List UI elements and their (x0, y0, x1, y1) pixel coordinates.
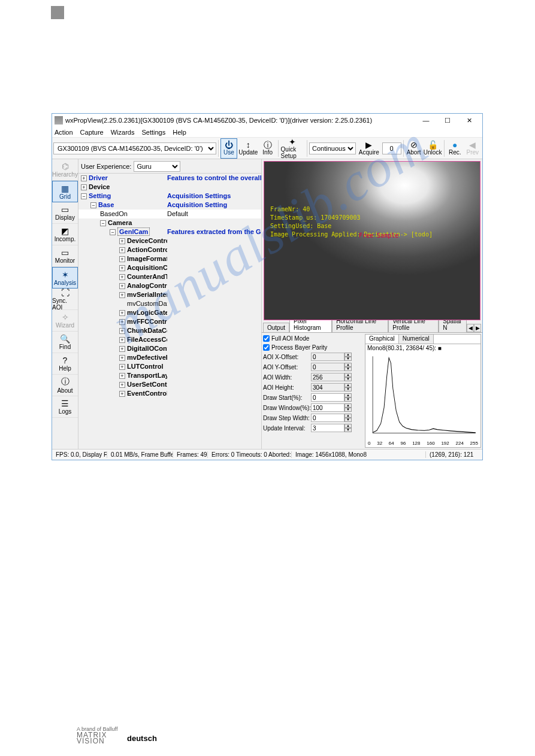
bayer-parity-checkbox[interactable]: Process Bayer Parity (263, 343, 364, 351)
device-select[interactable]: GX300109 (BVS CA-M1456Z00-35, DeviceID: … (53, 142, 216, 154)
close-button[interactable]: ✕ (458, 114, 480, 126)
histo-tab-graphical[interactable]: Graphical (365, 335, 399, 344)
tree-camera[interactable]: Camera (108, 219, 132, 226)
aoi-y-input[interactable] (311, 363, 344, 371)
property-tree[interactable]: +DriverFeatures to control the overall b… (78, 174, 261, 449)
tree-node-2[interactable]: ImageFormatControl (127, 255, 167, 262)
minimize-button[interactable]: — (415, 114, 437, 126)
tree-node-17[interactable]: EventControl (127, 390, 167, 397)
menu-help[interactable]: Help (173, 129, 186, 136)
status-errors: Errors: 0 Timeouts: 0 Aborted: 7 Lost: 0… (208, 451, 292, 458)
draw-start-input[interactable] (311, 393, 344, 402)
tree-node-8[interactable]: mvLogicGateControl (127, 309, 167, 316)
ux-select[interactable]: Guru (134, 161, 180, 172)
histo-tab-numerical[interactable]: Numerical (399, 335, 434, 344)
image-display[interactable]: FrameNr: 40 TimeStamp_us: 17049709003 Se… (264, 161, 480, 320)
tree-node-5[interactable]: AnalogControl (127, 282, 167, 289)
rec-button[interactable]: ●Rec. (446, 138, 463, 159)
tree-node-13[interactable]: mvDefectivePixelCorrectionControl (127, 354, 167, 361)
aoi-w-spinner[interactable]: ▲▼ (344, 373, 352, 381)
tree-node-15[interactable]: TransportLayerControl (127, 372, 167, 379)
menu-wizards[interactable]: Wizards (111, 129, 135, 136)
tab-output[interactable]: Output (263, 323, 289, 332)
grid-tab[interactable]: ▦Grid (52, 181, 78, 202)
tree-node-12[interactable]: DigitalIOControl (127, 345, 167, 352)
draw-step-spinner[interactable]: ▲▼ (344, 414, 352, 422)
histogram-plot (368, 353, 478, 439)
wizard-icon: ✧ (62, 312, 69, 322)
aoi-h-input[interactable] (311, 383, 344, 391)
tree-base[interactable]: Base (98, 201, 114, 208)
aoi-h-spinner[interactable]: ▲▼ (344, 383, 352, 391)
abort-icon: ⊘ (410, 141, 418, 149)
update-interval-input[interactable] (311, 424, 344, 432)
menu-settings[interactable]: Settings (141, 129, 165, 136)
hierarchy-tab[interactable]: ⌬Hierarchy (52, 159, 78, 181)
tree-device[interactable]: Device (89, 183, 110, 190)
draw-window-spinner[interactable]: ▲▼ (344, 403, 352, 412)
quick-setup-button[interactable]: ✦Quick Setup (280, 138, 306, 159)
update-button[interactable]: ↕Update (238, 138, 258, 159)
tree-node-0[interactable]: DeviceControl (127, 237, 167, 244)
logs-tab[interactable]: ☰Logs (52, 396, 78, 418)
monitor-icon: ▭ (61, 248, 69, 257)
tree-node-6[interactable]: mvSerialInterfaceControl (127, 291, 167, 298)
find-tab[interactable]: 🔍Find (52, 332, 78, 353)
monitor-tab[interactable]: ▭Monitor (52, 245, 78, 267)
logs-icon: ☰ (61, 399, 69, 408)
tree-driver[interactable]: Driver (89, 174, 108, 181)
draw-step-input[interactable] (311, 414, 344, 422)
acquire-count-input[interactable] (382, 142, 401, 154)
menu-action[interactable]: Action (55, 129, 73, 136)
tree-genicam[interactable]: GenICam (117, 227, 150, 236)
overlay-frame: FrameNr: 40 (270, 206, 310, 212)
status-frames: Frames: 49 (173, 451, 208, 458)
tree-node-16[interactable]: UserSetControl (127, 381, 167, 388)
status-pos: (1269, 216): 121 (426, 451, 482, 458)
menu-capture[interactable]: Capture (80, 129, 104, 136)
app-icon (55, 116, 63, 125)
draw-window-input[interactable] (311, 403, 344, 412)
update-interval-spinner[interactable]: ▲▼ (344, 424, 352, 432)
display-icon: ▭ (61, 205, 69, 214)
tree-node-11[interactable]: FileAccessControl (127, 336, 167, 343)
tree-node-9[interactable]: mvFFCControl (127, 318, 167, 325)
tree-node-3[interactable]: AcquisitionControl (127, 264, 167, 271)
aoi-x-input[interactable] (311, 353, 344, 361)
aoi-x-spinner[interactable]: ▲▼ (344, 353, 352, 361)
help-tab[interactable]: ?Help (52, 353, 78, 375)
about-tab[interactable]: ⓘAbout (52, 375, 78, 396)
record-icon: ● (452, 141, 457, 149)
unlock-button[interactable]: 🔓Unlock (423, 138, 443, 159)
info-button[interactable]: ⓘInfo (259, 138, 276, 159)
analysis-tab[interactable]: ✶Analysis (52, 267, 78, 289)
tab-scroll-right[interactable]: ▶ (474, 324, 481, 332)
aoi-y-spinner[interactable]: ▲▼ (344, 363, 352, 371)
wizard-tab[interactable]: ✧Wizard (52, 310, 78, 332)
prev-icon: ◀ (469, 141, 476, 149)
maximize-button[interactable]: ☐ (437, 114, 458, 126)
full-aoi-checkbox[interactable]: Full AOI Mode (263, 334, 364, 342)
syncaoi-tab[interactable]: ⛶Sync. AOI (52, 289, 78, 310)
status-fps: FPS: 0.0, Display Fra... (52, 451, 107, 458)
unlock-icon: 🔓 (428, 141, 438, 149)
use-button[interactable]: ⏻Use (220, 138, 237, 159)
tree-setting[interactable]: Setting (89, 192, 111, 199)
abort-button[interactable]: ⊘Abort (405, 138, 422, 159)
acquire-button[interactable]: ▶Acquire (356, 138, 382, 159)
tree-node-1[interactable]: ActionControl (127, 246, 167, 253)
incomp-tab[interactable]: ◩Incomp. (52, 224, 78, 245)
acquire-mode-select[interactable]: Continuous (309, 142, 356, 154)
draw-start-spinner[interactable]: ▲▼ (344, 393, 352, 402)
tree-node-7[interactable]: mvCustomData (127, 300, 167, 307)
tab-scroll-left[interactable]: ◀ (467, 324, 474, 332)
display-tab[interactable]: ▭Display (52, 202, 78, 224)
prev-button[interactable]: ◀Prev (464, 138, 481, 159)
status-image: Image: 1456x1088, Mono8 (292, 451, 426, 458)
tree-node-14[interactable]: LUTControl (127, 363, 163, 370)
info-icon: ⓘ (264, 141, 272, 149)
tree-basedon[interactable]: BasedOn (100, 210, 128, 217)
aoi-w-input[interactable] (311, 373, 344, 381)
tree-node-10[interactable]: ChunkDataControl (127, 327, 167, 334)
tree-node-4[interactable]: CounterAndTimerControl (127, 273, 167, 280)
